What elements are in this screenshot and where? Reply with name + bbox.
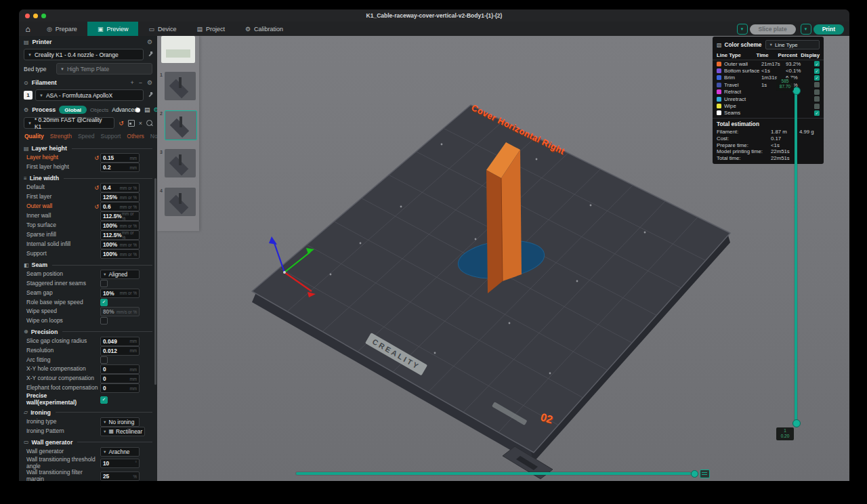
home-icon[interactable]: ⌂ [19, 22, 37, 36]
seam-gap-input[interactable]: 10%mm or % [100, 289, 140, 298]
plate-thumbnail-4[interactable]: 4 [157, 187, 199, 219]
setting-row-seam-position: Seam position▼Aligned [19, 270, 157, 279]
view-mode-select[interactable]: ▼ Line Type [765, 40, 820, 49]
arc-fitting-checkbox[interactable] [100, 356, 108, 364]
tab-calibration[interactable]: ⚙Calibration [235, 22, 293, 36]
display-checkbox[interactable] [814, 89, 820, 95]
tab-prepare[interactable]: ◎Prepare [37, 22, 87, 36]
display-checkbox[interactable]: ✓ [814, 110, 820, 116]
reset-value-icon[interactable]: ↺ [94, 204, 99, 210]
filament-slot-badge[interactable]: 1 [24, 91, 33, 100]
edit-filament-icon[interactable] [146, 92, 152, 98]
remove-filament-icon[interactable]: − [139, 79, 142, 86]
plate-thumbnail-number: 2 [160, 111, 163, 116]
layer-height-input[interactable]: 0.15mm [100, 153, 140, 163]
step-slider-handle[interactable] [691, 470, 698, 478]
tab-notes[interactable]: Notes [150, 133, 157, 140]
preview-viewport[interactable]: CREALITY [157, 36, 849, 481]
outer-wall-input[interactable]: 0.6mm or % [100, 202, 140, 211]
reset-value-icon[interactable]: ↺ [94, 155, 99, 161]
group-title: Seam [32, 261, 47, 268]
estimation-label: Total time: [717, 155, 771, 161]
wall-generator-select[interactable]: ▼Arachne [100, 447, 140, 457]
staggered-inner-seams-checkbox[interactable] [100, 280, 108, 287]
settings-sidebar: ▤ Printer ⚙ ▼ Creality K1 - 0.4 nozzle -… [19, 36, 157, 481]
plate-thumbnail-1[interactable]: 1 [157, 71, 199, 104]
first-layer-height-input[interactable]: 0.2mm [100, 163, 140, 172]
layer-bottom-height: 0.20 [776, 434, 794, 439]
bed-type-select[interactable]: ▼ High Temp Plate [56, 63, 152, 75]
precise-wall-experimental-checkbox[interactable]: ✓ [100, 396, 108, 404]
tab-project[interactable]: ▤Project [186, 22, 235, 36]
parameter-list-icon[interactable]: ▤ [144, 106, 150, 113]
display-checkbox[interactable] [814, 96, 820, 102]
filament-preset-select[interactable]: ▼ ASA - Formfutuza ApolloX [35, 89, 144, 101]
divider [64, 178, 152, 179]
wall-transitioning-filter-margin-input[interactable]: 25% [100, 471, 140, 481]
process-objects-toggle[interactable]: Objects [90, 107, 108, 113]
role-base-wipe-speed-checkbox[interactable]: ✓ [100, 299, 108, 306]
slice-dropdown-chevron-icon[interactable]: ▾ [737, 24, 748, 35]
plate-thumbnail-partial[interactable] [161, 36, 195, 63]
process-profile-select[interactable]: ▼ * 0.20mm FAST @Creality K1 [24, 117, 114, 129]
setting-row-layer-height: Layer height↺0.15mm [19, 153, 157, 163]
tab-support[interactable]: Support [101, 133, 121, 140]
display-checkbox[interactable] [814, 104, 820, 109]
process-global-chip[interactable]: Global [59, 106, 87, 114]
setting-row-slice-gap-closing-radius: Slice gap closing radius0.049mm [19, 337, 157, 346]
setting-row-first-layer: First layer125%mm or % [19, 192, 157, 202]
sidebar-scrollbar[interactable] [154, 178, 156, 385]
dropdown-value: Rectilinear [116, 428, 142, 435]
default-input[interactable]: 0.4mm or % [100, 183, 140, 192]
add-filament-icon[interactable]: + [130, 79, 133, 86]
resolution-input[interactable]: 0.012mm [100, 346, 140, 356]
display-checkbox[interactable]: ✓ [814, 68, 820, 74]
support-input[interactable]: 100%mm or % [100, 249, 140, 259]
layer-slider-track[interactable] [795, 90, 797, 423]
filament-settings-gear-icon[interactable]: ⚙ [147, 79, 152, 86]
reset-value-icon[interactable]: ↺ [94, 185, 99, 191]
wipe-speed-input[interactable]: 80%mm/s or % [100, 307, 140, 316]
plate-thumbnail-3[interactable]: 3 [157, 148, 199, 181]
wall-transitioning-threshold-angle-input[interactable]: 10° [100, 459, 140, 468]
layer-slider-bottom-handle[interactable] [792, 419, 801, 427]
display-checkbox[interactable]: ✓ [814, 75, 820, 81]
slice-gap-closing-radius-input[interactable]: 0.049mm [100, 337, 140, 346]
elephant-foot-compensation-input[interactable]: 0mm [100, 383, 140, 393]
wipe-on-loops-checkbox[interactable] [100, 317, 108, 324]
save-profile-icon[interactable] [128, 120, 135, 127]
reset-profile-icon[interactable]: ↺ [119, 120, 124, 127]
dropdown-value: Arachne [108, 448, 129, 455]
ironing-type-select[interactable]: ▼No ironing [100, 417, 140, 427]
plate-thumbnail-2[interactable]: 2 [157, 110, 199, 142]
printer-settings-gear-icon[interactable]: ⚙ [147, 39, 152, 45]
slice-plate-button[interactable]: Slice plate [750, 24, 796, 35]
input-value: 0.012 [103, 348, 130, 354]
sparse-infill-input[interactable]: 112.5%mm or % [100, 230, 140, 240]
delete-profile-icon[interactable]: × [139, 120, 142, 127]
printer-preset-select[interactable]: ▼ Creality K1 - 0.4 nozzle - Orange [24, 49, 144, 60]
display-checkbox[interactable]: ✓ [814, 61, 820, 66]
print-button[interactable]: Print [813, 24, 844, 35]
x-y-hole-compensation-input[interactable]: 0mm [100, 364, 140, 374]
inner-wall-input[interactable]: 112.5%mm or % [100, 211, 140, 221]
top-surface-input[interactable]: 100%mm or % [100, 221, 140, 230]
step-slider-track[interactable] [296, 472, 691, 475]
print-dropdown-chevron-icon[interactable]: ▾ [801, 24, 811, 35]
tab-preview[interactable]: ▣Preview [87, 22, 139, 36]
ironing-pattern-select[interactable]: ▼▦Rectilinear [100, 427, 145, 436]
tab-others[interactable]: Others [127, 133, 144, 140]
search-icon[interactable] [146, 120, 152, 126]
display-checkbox[interactable] [814, 82, 820, 87]
x-y-contour-compensation-input[interactable]: 0mm [100, 374, 140, 383]
tab-speed[interactable]: Speed [78, 133, 95, 140]
seam-position-select[interactable]: ▼Aligned [100, 270, 140, 279]
tab-strength[interactable]: Strength [50, 133, 72, 140]
edit-printer-icon[interactable] [146, 51, 152, 58]
tab-device[interactable]: ▭Device [138, 22, 186, 36]
internal-solid-infill-input[interactable]: 100%mm or % [100, 240, 140, 249]
first-layer-input[interactable]: 125%mm or % [100, 192, 140, 202]
tab-label: Preview [106, 26, 128, 33]
tab-quality[interactable]: Quality [24, 133, 44, 140]
col-display: Display [801, 52, 820, 58]
